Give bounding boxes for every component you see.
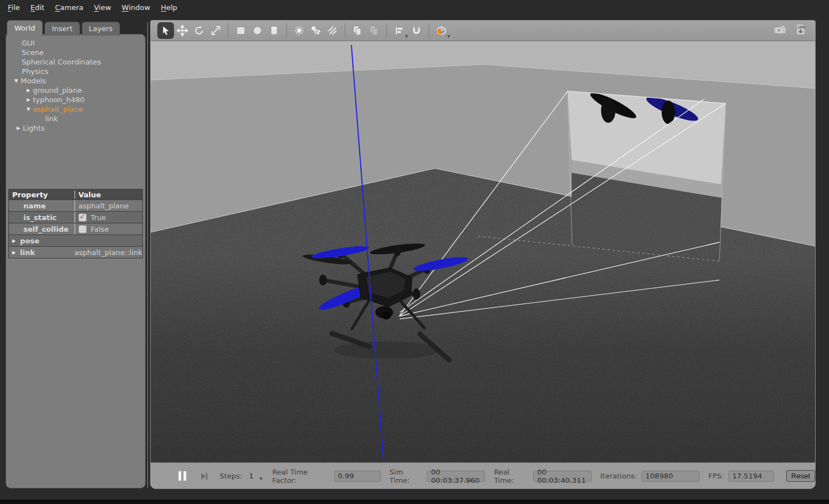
tree-item-typhoon-h480[interactable]: ▶ typhoon_h480 (6, 95, 145, 104)
tree-item-ground-plane[interactable]: ▶ ground_plane (6, 86, 145, 95)
screenshot-camera-icon[interactable] (773, 23, 787, 38)
paste-icon[interactable] (366, 22, 383, 39)
point-light-icon[interactable] (291, 22, 307, 39)
world-tree: GUI Scene Spherical Coordinates Physics … (6, 34, 145, 133)
scale-tool-icon[interactable] (207, 22, 224, 39)
property-row-link[interactable]: ▶ link asphalt_plane::link (9, 246, 142, 258)
world-panel: GUI Scene Spherical Coordinates Physics … (6, 34, 146, 488)
tab-world[interactable]: World (7, 20, 43, 36)
panel-tabs: World Insert Layers (7, 19, 122, 36)
chevron-down-icon[interactable]: ▼ (12, 76, 21, 86)
property-row-name[interactable]: name asphalt_plane (9, 199, 142, 211)
pause-button[interactable] (178, 471, 186, 481)
reset-button[interactable]: Reset (786, 470, 815, 482)
property-row-self-collide[interactable]: self_collide False (9, 223, 142, 234)
fps-value-field: 17.5194 (728, 471, 774, 482)
snap-magnet-icon[interactable] (408, 22, 425, 39)
rtf-label: Real Time Factor: (272, 468, 330, 485)
tree-item-gui[interactable]: GUI (6, 38, 145, 48)
menu-window[interactable]: Window (122, 3, 150, 12)
box-shape-icon[interactable] (232, 22, 249, 39)
tab-layers[interactable]: Layers (82, 22, 120, 36)
fps-label: FPS: (708, 472, 724, 480)
log-record-icon[interactable]: LOG (794, 23, 807, 38)
iterations-value-field: 108980 (642, 471, 699, 482)
tree-item-lights[interactable]: ▶ Lights (6, 123, 145, 133)
tree-item-scene[interactable]: Scene (6, 48, 145, 57)
steps-value: 1 (249, 472, 254, 480)
window-bottom-edge (0, 500, 829, 504)
toolbar-separator (286, 23, 287, 38)
sim-time-value-field: 00 00:03:37.960 (427, 471, 485, 482)
spot-light-icon[interactable] (307, 22, 324, 39)
step-button[interactable] (200, 472, 209, 481)
rotate-tool-icon[interactable] (191, 22, 207, 39)
copy-icon[interactable] (349, 22, 366, 39)
menu-view[interactable]: View (94, 3, 111, 12)
translate-tool-icon[interactable] (174, 22, 191, 39)
select-tool-icon[interactable] (157, 22, 174, 39)
sim-time-label: Sim Time: (390, 468, 423, 485)
toolbar-separator (345, 23, 345, 38)
property-row-is-static[interactable]: is_static True (9, 211, 142, 223)
render-toolbar: ▾ ▾ LOG (151, 21, 815, 41)
tree-item-physics[interactable]: Physics (6, 67, 145, 76)
chevron-right-icon[interactable]: ▶ (24, 86, 33, 95)
menu-file[interactable]: File (8, 3, 20, 12)
tree-item-asphalt-plane[interactable]: ▼ asphalt_plane (6, 104, 145, 114)
steps-label: Steps: (220, 472, 242, 480)
simulation-status-bar: Steps: 1 ▾ Real Time Factor: 0.99 Sim Ti… (151, 462, 815, 489)
chevron-down-icon[interactable]: ▼ (24, 104, 33, 114)
iterations-label: Iterations: (600, 472, 637, 480)
checkbox-unchecked[interactable] (78, 225, 87, 233)
real-time-value-field: 00 00:03:40.311 (533, 471, 591, 482)
tab-insert[interactable]: Insert (44, 22, 80, 36)
render-viewport-frame: ▾ ▾ LOG (150, 20, 816, 489)
chevron-right-icon[interactable]: ▶ (24, 95, 33, 104)
camera-image-visual (568, 89, 729, 263)
svg-text:LOG: LOG (798, 25, 806, 29)
chevron-right-icon[interactable]: ▶ (14, 123, 23, 133)
drone-shadow (334, 341, 440, 359)
menu-help[interactable]: Help (161, 3, 177, 12)
toolbar-separator (429, 23, 429, 38)
render-scene-3d[interactable] (151, 41, 815, 462)
property-row-pose[interactable]: ▶ pose (9, 234, 142, 246)
tree-item-models[interactable]: ▼ Models (6, 76, 145, 86)
menu-camera[interactable]: Camera (55, 3, 83, 12)
panel-splitter[interactable] (147, 22, 148, 488)
chevron-right-icon[interactable]: ▶ (12, 238, 20, 243)
menu-bar: File Edit Camera View Window Help (0, 0, 829, 15)
tree-item-spherical-coordinates[interactable]: Spherical Coordinates (6, 57, 145, 67)
directional-light-icon[interactable] (324, 22, 341, 39)
real-time-label: Real Time: (494, 468, 529, 485)
cylinder-shape-icon[interactable] (266, 22, 282, 39)
tree-item-link[interactable]: link (6, 114, 145, 123)
property-table-header: Property Value (9, 189, 142, 199)
toolbar-separator (386, 23, 387, 38)
checkbox-checked[interactable] (78, 213, 87, 222)
menu-edit[interactable]: Edit (31, 3, 44, 12)
chevron-right-icon[interactable]: ▶ (12, 250, 20, 255)
view-angle-dropdown-caret[interactable]: ▾ (448, 33, 450, 41)
toolbar-separator (228, 23, 229, 38)
steps-dropdown-caret[interactable]: ▾ (260, 476, 262, 481)
sphere-shape-icon[interactable] (249, 22, 266, 39)
property-table: Property Value name asphalt_plane is_sta… (8, 189, 143, 258)
align-dropdown-caret[interactable]: ▾ (405, 33, 408, 41)
rtf-value-field: 0.99 (334, 471, 381, 482)
